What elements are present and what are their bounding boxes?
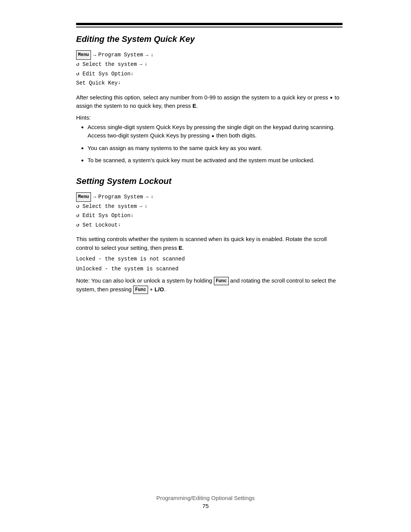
scroll-sym-l3: ↺	[76, 220, 79, 230]
nav-line-lockout-2: ↺ Select the system → ↓	[76, 202, 342, 211]
set-lockout-text: Set Lockout	[79, 220, 118, 230]
edit-sys-option-text: Edit Sys Option	[79, 69, 130, 79]
section-heading-lockout: Setting System Lockout	[76, 176, 342, 186]
func-key-badge-1: Func	[214, 277, 229, 285]
nav-line-3: ↺ Edit Sys Option ↓	[76, 69, 342, 79]
nav-line-lockout-4: ↺ Set Lockout ↓	[76, 220, 342, 230]
nav-line-lockout-3: ↺ Edit Sys Option ↓	[76, 211, 342, 220]
unlocked-line: Unlocked - the system is scanned	[76, 266, 342, 272]
arrow-1: →	[92, 51, 97, 60]
hints-label: Hints:	[76, 114, 342, 121]
note-para: Note: You can also lock or unlock a syst…	[76, 276, 342, 294]
section-editing-quick-key: Editing the System Quick Key Menu → Prog…	[76, 34, 342, 165]
locked-desc: - the system is not scanned	[95, 256, 185, 262]
nav-block-quick-key: Menu → Program System → ↓ ↺ Select the s…	[76, 50, 342, 88]
down-arrow-2: ↓	[144, 60, 147, 69]
down-arrow-l1: ↓	[150, 192, 153, 201]
footer-section-label: Programming/Editing Optional Settings	[0, 495, 411, 501]
menu-key-badge: Menu	[76, 50, 91, 60]
hints-bullet-list: Access single-digit system Quick Keys by…	[88, 123, 342, 165]
down-arrow-3: ↓	[131, 69, 134, 78]
section-heading-quick-key: Editing the System Quick Key	[76, 34, 342, 44]
nav-line-1: Menu → Program System → ↓	[76, 50, 342, 60]
down-arrow-l2: ↓	[144, 202, 147, 211]
e-bold-1: E	[193, 102, 196, 109]
edit-sys-option-text-2: Edit Sys Option	[79, 211, 130, 220]
section-setting-lockout: Setting System Lockout Menu → Program Sy…	[76, 176, 342, 294]
locked-line: Locked - the system is not scanned	[76, 256, 342, 262]
down-arrow-l4: ↓	[118, 220, 121, 230]
bullet-dot-inline-1	[330, 97, 332, 99]
footer: Programming/Editing Optional Settings 75	[0, 495, 411, 509]
program-system-text-2: Program System	[98, 192, 143, 202]
scroll-sym-l1: ↺	[76, 202, 79, 211]
select-system-text: Select the system	[79, 60, 137, 69]
nav-line-4: Set Quick Key ↓	[76, 78, 342, 88]
scroll-sym-l2: ↺	[76, 211, 79, 220]
hint-item-1: Access single-digit system Quick Keys by…	[88, 123, 342, 140]
hint-item-2: You can assign as many systems to the sa…	[88, 144, 342, 153]
bullet-dot-inline-2	[212, 135, 214, 137]
arrow-l2: →	[144, 192, 150, 201]
menu-key-badge-2: Menu	[76, 192, 91, 202]
top-rule	[76, 23, 342, 27]
hint-item-3: To be scanned, a system's quick key must…	[88, 156, 342, 165]
arrow-2: →	[144, 51, 150, 60]
nav-line-lockout-1: Menu → Program System → ↓	[76, 192, 342, 202]
down-arrow-1: ↓	[150, 51, 153, 60]
set-quick-key-text: Set Quick Key	[76, 78, 118, 88]
page: Editing the System Quick Key Menu → Prog…	[0, 0, 411, 532]
arrow-l3: →	[138, 202, 143, 211]
program-system-text: Program System	[98, 50, 143, 60]
lockout-body-para: This setting controls whether the system…	[76, 235, 342, 252]
lo-bold: L/O	[155, 286, 164, 292]
down-arrow-l3: ↓	[131, 211, 134, 220]
nav-block-lockout: Menu → Program System → ↓ ↺ Select the s…	[76, 192, 342, 230]
scroll-sym-2: ↺	[76, 69, 79, 79]
select-system-text-2: Select the system	[79, 202, 137, 211]
scroll-sym-1: ↺	[76, 60, 79, 69]
e-bold-2: E	[178, 244, 182, 251]
unlocked-mono: Unlocked	[76, 266, 102, 272]
unlocked-desc: - the system is scanned	[102, 266, 178, 272]
func-key-badge-2: Func	[133, 286, 148, 294]
footer-page-number: 75	[0, 503, 411, 509]
nav-line-2: ↺ Select the system → ↓	[76, 60, 342, 69]
locked-mono: Locked	[76, 256, 95, 262]
arrow-l1: →	[92, 192, 97, 201]
quick-key-body-para: After selecting this option, select any …	[76, 93, 342, 110]
down-arrow-4: ↓	[118, 78, 121, 88]
arrow-3: →	[138, 60, 143, 69]
